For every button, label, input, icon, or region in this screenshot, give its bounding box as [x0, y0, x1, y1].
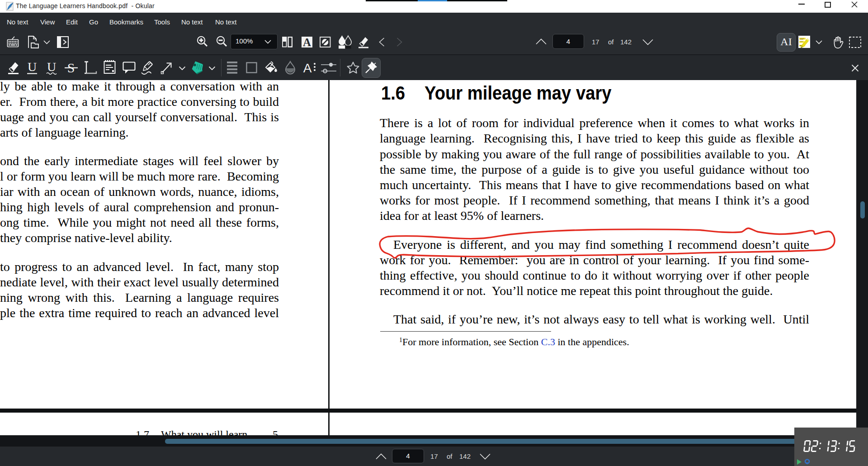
- svg-text:U: U: [47, 61, 56, 74]
- svg-text:U: U: [28, 61, 37, 74]
- svg-text:A: A: [303, 61, 312, 75]
- svg-text:A: A: [303, 37, 311, 48]
